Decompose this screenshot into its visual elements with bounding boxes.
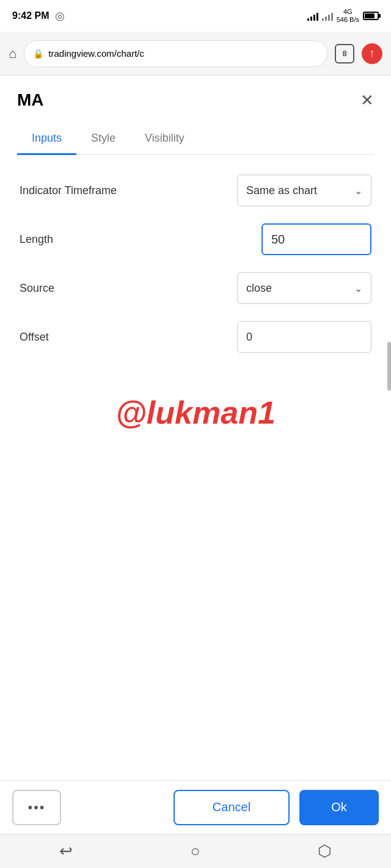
ok-button[interactable]: Ok	[299, 790, 379, 825]
length-input[interactable]: 50	[261, 223, 371, 255]
home-icon[interactable]: ⌂	[9, 46, 16, 62]
more-icon: •••	[27, 800, 45, 816]
signal-icon	[307, 11, 318, 21]
dialog-header: MA ✕	[17, 90, 374, 110]
length-label: Length	[20, 233, 53, 246]
indicator-timeframe-value: Same as chart	[246, 184, 317, 197]
close-button[interactable]: ✕	[360, 92, 374, 108]
source-chevron-icon: ⌄	[354, 283, 362, 294]
nav-bar: ↩ ○ ⬡	[0, 834, 391, 868]
dialog: MA ✕ Inputs Style Visibility Indicator T…	[0, 76, 391, 449]
signal-icon-2	[322, 11, 333, 21]
nav-back-icon[interactable]: ↩	[59, 842, 73, 861]
update-button[interactable]: ↑	[362, 43, 382, 64]
status-right: 4G 546 B/s	[307, 8, 379, 24]
status-time: 9:42 PM	[12, 10, 49, 21]
cancel-button[interactable]: Cancel	[174, 790, 290, 825]
length-field: Length 50	[17, 223, 374, 255]
scroll-handle[interactable]	[387, 342, 391, 391]
watermark: @lukman1	[17, 370, 374, 449]
nav-recent-icon[interactable]: ⬡	[318, 842, 332, 861]
dialog-title: MA	[17, 90, 44, 110]
more-button[interactable]: •••	[12, 790, 61, 825]
battery-icon	[363, 12, 379, 20]
length-value: 50	[271, 233, 285, 247]
lock-icon: 🔒	[33, 49, 43, 59]
offset-input[interactable]: 0	[237, 321, 371, 353]
data-speed: 4G 546 B/s	[337, 8, 359, 24]
indicator-timeframe-label: Indicator Timeframe	[20, 184, 117, 197]
nav-home-icon[interactable]: ○	[191, 842, 200, 861]
tab-inputs[interactable]: Inputs	[17, 125, 76, 155]
browser-bar: ⌂ 🔒 tradingview.com/chart/c 8 ↑	[0, 32, 391, 76]
whatsapp-icon: ◎	[55, 9, 65, 23]
tab-bar: Inputs Style Visibility	[17, 125, 374, 155]
source-label: Source	[20, 282, 54, 295]
offset-label: Offset	[20, 331, 49, 344]
source-value: close	[246, 282, 272, 295]
indicator-timeframe-dropdown[interactable]: Same as chart ⌄	[237, 175, 371, 206]
url-text: tradingview.com/chart/c	[48, 48, 144, 59]
bottom-actions: ••• Cancel Ok	[0, 780, 391, 834]
source-field: Source close ⌄	[17, 272, 374, 304]
tab-count-badge[interactable]: 8	[335, 44, 354, 63]
offset-value: 0	[246, 331, 252, 344]
chevron-down-icon: ⌄	[354, 185, 362, 197]
source-dropdown[interactable]: close ⌄	[237, 272, 371, 304]
offset-field: Offset 0	[17, 321, 374, 353]
status-left: 9:42 PM ◎	[12, 9, 65, 23]
main-content: MA ✕ Inputs Style Visibility Indicator T…	[0, 76, 391, 868]
indicator-timeframe-field: Indicator Timeframe Same as chart ⌄	[17, 175, 374, 206]
status-bar: 9:42 PM ◎ 4G 546 B/s	[0, 0, 391, 32]
tab-visibility[interactable]: Visibility	[130, 125, 199, 155]
url-bar[interactable]: 🔒 tradingview.com/chart/c	[24, 40, 327, 67]
watermark-text: @lukman1	[115, 395, 276, 430]
tab-style[interactable]: Style	[76, 125, 130, 155]
